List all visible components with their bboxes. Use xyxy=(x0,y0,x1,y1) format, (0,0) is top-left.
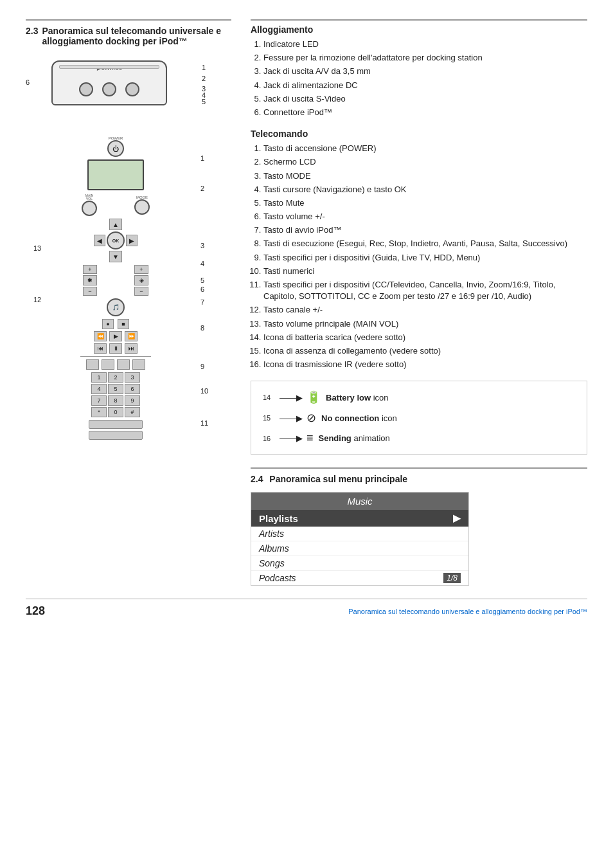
label-13: 13 xyxy=(33,244,41,252)
extra-buttons xyxy=(89,420,143,440)
sending-icon: ≡ xyxy=(306,431,314,445)
menu-item-playlists[interactable]: Playlists ▶ xyxy=(251,510,468,527)
nav-middle: ◀ OK ▶ xyxy=(94,231,138,249)
spec-livetv[interactable] xyxy=(102,359,114,370)
exec-play[interactable]: ▶ xyxy=(109,331,122,341)
num-0[interactable]: 0 xyxy=(108,407,123,417)
nav-right[interactable]: ▶ xyxy=(126,235,138,246)
exec-skipback[interactable]: ⏮ xyxy=(94,343,107,354)
spec-guide[interactable] xyxy=(86,359,99,370)
extra-btn-2[interactable] xyxy=(89,431,143,440)
menu-item-songs[interactable]: Songs xyxy=(251,556,468,571)
exec-skipfwd[interactable]: ⏭ xyxy=(125,343,138,354)
mode-btn[interactable]: MODE xyxy=(134,195,150,215)
list-item: Tasti di esecuzione (Esegui, Rec, Stop, … xyxy=(263,238,587,249)
list-item: Tasto Mute xyxy=(263,197,587,209)
menu-title-bar: Music xyxy=(251,493,468,510)
dock-button-2 xyxy=(102,82,116,96)
power-button[interactable]: ⏻ xyxy=(107,140,124,157)
left-column: 2.3 Panoramica sul telecomando universal… xyxy=(26,19,231,586)
exec-rec[interactable]: ● xyxy=(102,319,114,329)
menu-illustration: Music Playlists ▶ Artists Albums Songs P… xyxy=(251,492,469,586)
menu-item-artists[interactable]: Artists xyxy=(251,527,468,541)
arrow-14: ——▶ xyxy=(280,393,303,402)
list-item: Jack di alimentazione DC xyxy=(263,80,587,91)
playlists-arrow: ▶ xyxy=(453,512,461,524)
vol-minus[interactable]: − xyxy=(134,287,148,296)
dock-num-1: 1 xyxy=(202,64,206,71)
num-hash[interactable]: # xyxy=(125,407,140,417)
list-item: Tasto di accensione (POWER) xyxy=(263,143,587,154)
dock-body: sdnIHo◀ xyxy=(51,60,167,105)
playlists-label: Playlists xyxy=(259,513,298,524)
num-1[interactable]: 1 xyxy=(91,372,107,383)
lcd-screen xyxy=(87,159,144,190)
ok-button[interactable]: OK xyxy=(107,231,125,249)
list-item: Tasti specifici per i dispositivi (Guida… xyxy=(263,252,587,264)
nav-down[interactable]: ▼ xyxy=(109,251,122,262)
num-3[interactable]: 3 xyxy=(125,372,140,383)
arrow-16: ——▶ xyxy=(280,433,303,443)
chan-plus[interactable]: + xyxy=(83,265,97,274)
nav-up[interactable]: ▲ xyxy=(109,219,122,230)
label-8: 8 xyxy=(200,324,204,332)
extra-btn-1[interactable] xyxy=(89,420,143,429)
vol-icon[interactable]: ◈ xyxy=(134,275,148,285)
exec-rew[interactable]: ⏪ xyxy=(94,331,107,341)
page-layout: 2.3 Panoramica sul telecomando universal… xyxy=(26,19,587,586)
arrow-15: ——▶ xyxy=(280,413,303,423)
icon-legend-box: 14 ——▶ 🔋 Battery low icon 15 ——▶ ⊘ No co… xyxy=(251,381,587,455)
power-label: POWER xyxy=(80,136,151,140)
num-9[interactable]: 9 xyxy=(125,395,140,406)
mode-label: MODE xyxy=(134,195,150,199)
mode-circle[interactable] xyxy=(134,199,150,215)
num-6[interactable]: 6 xyxy=(125,384,140,394)
list-item: Tasti cursore (Navigazione) e tasto OK xyxy=(263,184,587,195)
num-star[interactable]: * xyxy=(91,407,107,417)
main-vol-circle[interactable] xyxy=(82,201,97,216)
list-item: Jack di uscita A/V da 3,5 mm xyxy=(263,66,587,77)
list-item: Tasti numerici xyxy=(263,266,587,277)
num-5[interactable]: 5 xyxy=(108,384,123,394)
main-vol-label: MAINVOL xyxy=(82,194,97,201)
no-connection-icon: ⊘ xyxy=(306,411,316,425)
main-vol-btn[interactable]: MAINVOL xyxy=(82,194,97,216)
spec-menu[interactable] xyxy=(132,359,145,370)
label-10: 10 xyxy=(200,387,208,395)
no-connection-text: No connection icon xyxy=(321,413,397,423)
list-item: Connettore iPod™ xyxy=(263,107,587,118)
label-3: 3 xyxy=(200,242,204,249)
label-11: 11 xyxy=(200,419,208,427)
remote-diagram: POWER ⏻ MAINVOL MODE xyxy=(26,136,206,440)
icon-num-15: 15 xyxy=(263,414,276,422)
spec-hdd[interactable] xyxy=(117,359,130,370)
nav-cluster: ▲ ◀ OK ▶ ▼ xyxy=(80,219,151,262)
podcasts-badge: 1/8 xyxy=(443,573,461,583)
list-item: Schermo LCD xyxy=(263,156,587,168)
icon-row-14: 14 ——▶ 🔋 Battery low icon xyxy=(263,390,575,404)
docking-list: Indicatore LED Fessure per la rimozione … xyxy=(263,39,587,118)
artists-label: Artists xyxy=(259,529,284,539)
vol-plus[interactable]: + xyxy=(134,265,148,274)
chan-minus[interactable]: − xyxy=(83,287,97,296)
dock-top-strip xyxy=(59,65,159,69)
nav-left[interactable]: ◀ xyxy=(94,235,105,246)
exec-row1: ● ■ xyxy=(80,319,151,329)
battery-text: Battery low icon xyxy=(326,393,389,402)
mute-star[interactable]: ✱ xyxy=(83,275,97,285)
num-8[interactable]: 8 xyxy=(108,395,123,406)
exec-stop[interactable]: ■ xyxy=(118,319,129,329)
label-2: 2 xyxy=(200,185,204,192)
dock-num-2: 2 xyxy=(202,75,206,82)
ipod-button[interactable]: 🎵 xyxy=(107,298,125,316)
num-7[interactable]: 7 xyxy=(91,395,107,406)
battery-icon: 🔋 xyxy=(306,390,321,404)
menu-item-albums[interactable]: Albums xyxy=(251,541,468,556)
list-item: Fessure per la rimozione dell'adattatore… xyxy=(263,52,587,64)
exec-pause[interactable]: ⏸ xyxy=(109,343,122,354)
menu-item-podcasts[interactable]: Podcasts 1/8 xyxy=(251,571,468,585)
exec-fwd[interactable]: ⏩ xyxy=(125,331,138,341)
dock-button-3 xyxy=(125,82,139,96)
num-4[interactable]: 4 xyxy=(91,384,107,394)
num-2[interactable]: 2 xyxy=(108,372,123,383)
